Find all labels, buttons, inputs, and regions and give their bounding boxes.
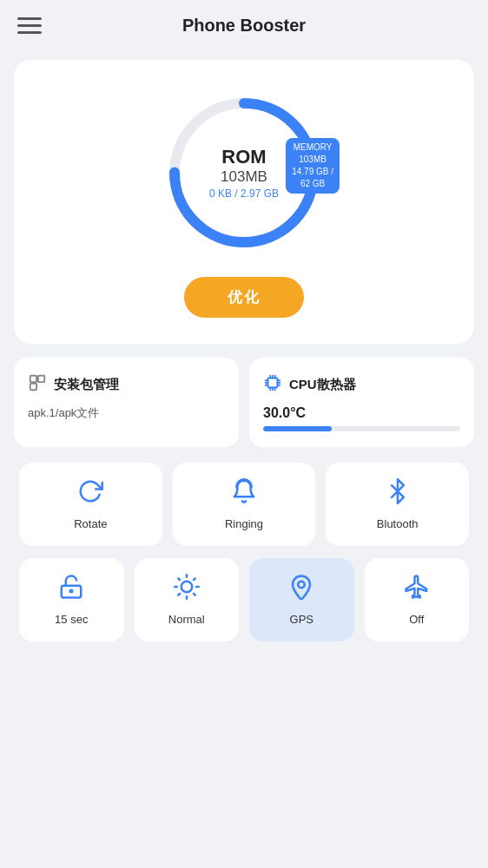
ringing-label: Ringing (225, 517, 263, 530)
header: Phone Booster (0, 0, 488, 51)
svg-rect-5 (268, 378, 278, 388)
bluetooth-icon (385, 478, 411, 510)
package-card[interactable]: 安装包管理 apk.1/apk文件 (14, 358, 239, 447)
cpu-card[interactable]: CPU散热器 30.0°C (249, 358, 474, 447)
package-icon (28, 373, 47, 397)
airplane-icon (404, 574, 430, 606)
svg-line-28 (178, 594, 180, 595)
blutooth-label: Blutooth (377, 517, 419, 530)
normal-label: Normal (168, 613, 205, 626)
menu-button[interactable] (17, 17, 42, 34)
gauge-value: 103MB (209, 168, 279, 186)
svg-point-21 (181, 582, 193, 593)
gauge-label: ROM (209, 146, 279, 168)
blutooth-button[interactable]: Blutooth (326, 463, 469, 546)
optimize-button[interactable]: 优化 (184, 277, 304, 318)
gauge-sub: 0 KB / 2.97 GB (209, 187, 279, 200)
cpu-card-title: CPU散热器 (289, 377, 356, 393)
svg-line-25 (194, 594, 195, 595)
temp-bar-fill (263, 426, 332, 431)
svg-line-29 (194, 578, 195, 580)
package-card-sub: apk.1/apk文件 (28, 405, 225, 421)
svg-point-20 (70, 590, 73, 593)
sun-icon (174, 574, 200, 606)
off-label: Off (409, 613, 424, 626)
temp-bar (263, 426, 460, 431)
cpu-temp: 30.0°C (263, 405, 460, 421)
quick-buttons-row1: Rotate Ringing Blutooth (14, 457, 474, 551)
off-button[interactable]: Off (365, 558, 470, 641)
gauge-container: ROM 103MB 0 KB / 2.97 GB MEMORY 103MB 14… (157, 86, 331, 260)
package-card-title: 安装包管理 (54, 377, 119, 393)
ringing-button[interactable]: Ringing (173, 463, 316, 546)
svg-rect-4 (38, 376, 44, 382)
rotate-label: Rotate (74, 517, 107, 530)
gps-label: GPS (290, 613, 313, 626)
info-cards-row: 安装包管理 apk.1/apk文件 CPU散热器 30.0°C (14, 358, 474, 447)
svg-line-24 (178, 578, 180, 580)
lock-icon (58, 574, 84, 606)
svg-rect-2 (30, 376, 36, 382)
rotate-button[interactable]: Rotate (19, 463, 162, 546)
cpu-card-header: CPU散热器 (263, 373, 460, 397)
rotate-icon (77, 478, 103, 510)
gps-button[interactable]: GPS (249, 558, 354, 641)
15sec-label: 15 sec (55, 613, 88, 626)
gps-icon (288, 574, 314, 606)
15sec-button[interactable]: 15 sec (19, 558, 124, 641)
cpu-icon (263, 373, 282, 397)
memory-badge: MEMORY 103MB 14.79 GB / 62 GB (286, 138, 340, 194)
quick-buttons-row2: 15 sec Normal GPS (14, 553, 474, 647)
gauge-center: ROM 103MB 0 KB / 2.97 GB (209, 146, 279, 200)
rom-card: ROM 103MB 0 KB / 2.97 GB MEMORY 103MB 14… (14, 60, 474, 344)
normal-button[interactable]: Normal (135, 558, 240, 641)
package-card-header: 安装包管理 (28, 373, 225, 397)
page-title: Phone Booster (182, 16, 306, 36)
svg-point-30 (299, 582, 306, 589)
svg-rect-3 (30, 384, 36, 390)
ringing-icon (231, 478, 257, 510)
